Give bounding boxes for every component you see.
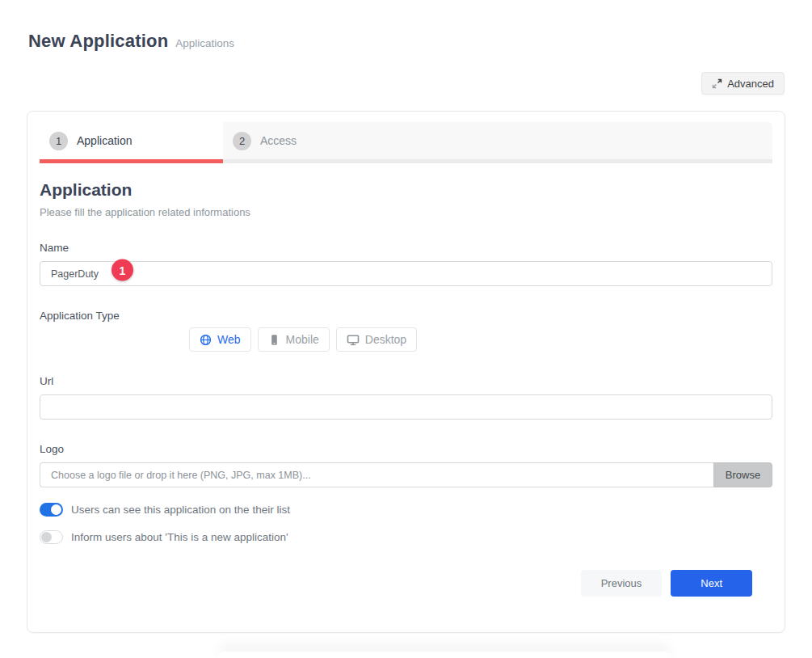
advanced-button-label: Advanced xyxy=(727,78,774,90)
tab-application-number: 1 xyxy=(49,132,68,150)
desktop-icon xyxy=(347,334,360,346)
logo-file-input[interactable] xyxy=(40,462,713,487)
name-field-wrap: 1 xyxy=(40,254,772,286)
section-subtitle: Please fill the application related info… xyxy=(40,206,772,218)
logo-label: Logo xyxy=(40,443,772,455)
page-title: New Application xyxy=(28,31,168,52)
visibility-toggle[interactable] xyxy=(40,503,63,517)
application-type-label: Application Type xyxy=(40,310,772,322)
previous-button[interactable]: Previous xyxy=(581,570,663,597)
tab-application[interactable]: 1 Application xyxy=(40,122,223,163)
wizard-card: 1 Application 2 Access Application Pleas… xyxy=(27,111,785,633)
type-option-desktop-label: Desktop xyxy=(365,333,406,346)
url-input[interactable] xyxy=(40,394,772,420)
globe-icon xyxy=(200,334,212,346)
type-option-web[interactable]: Web xyxy=(189,327,251,352)
type-option-mobile-label: Mobile xyxy=(286,333,319,346)
application-type-group: Web Mobile xyxy=(189,327,772,352)
logo-file-group: Browse xyxy=(40,462,772,487)
tab-access-label: Access xyxy=(260,134,297,147)
inform-toggle[interactable] xyxy=(40,530,63,544)
toggle-knob xyxy=(41,532,52,542)
wizard-tabs: 1 Application 2 Access xyxy=(40,122,772,163)
type-option-web-label: Web xyxy=(217,333,241,346)
advanced-button[interactable]: Advanced xyxy=(701,72,785,95)
expand-icon xyxy=(712,78,722,89)
inform-toggle-label: Inform users about 'This is a new applic… xyxy=(71,531,288,543)
visibility-toggle-label: Users can see this application on the th… xyxy=(71,504,290,516)
page: New Application Applications Advanced 1 … xyxy=(0,0,812,658)
mobile-icon xyxy=(268,334,280,346)
next-button[interactable]: Next xyxy=(671,570,752,597)
wizard-footer: Previous Next xyxy=(40,570,772,597)
url-label: Url xyxy=(40,375,772,387)
annotation-step-badge: 1 xyxy=(111,259,133,281)
name-input[interactable] xyxy=(40,261,772,286)
tab-access-number: 2 xyxy=(233,132,251,150)
toggle-knob xyxy=(51,504,61,515)
section-heading: Application xyxy=(40,180,772,200)
tab-access[interactable]: 2 Access xyxy=(223,122,772,163)
tab-application-label: Application xyxy=(77,134,133,147)
type-option-desktop[interactable]: Desktop xyxy=(336,327,417,352)
toggle-row-visibility: Users can see this application on the th… xyxy=(40,503,772,517)
page-header: New Application Applications xyxy=(28,31,234,52)
breadcrumb: Applications xyxy=(175,37,234,49)
name-label: Name xyxy=(40,242,772,254)
toggle-row-inform: Inform users about 'This is a new applic… xyxy=(40,530,772,544)
browse-button[interactable]: Browse xyxy=(713,462,772,487)
type-option-mobile[interactable]: Mobile xyxy=(258,327,330,352)
bottom-popover-edge xyxy=(218,652,671,658)
